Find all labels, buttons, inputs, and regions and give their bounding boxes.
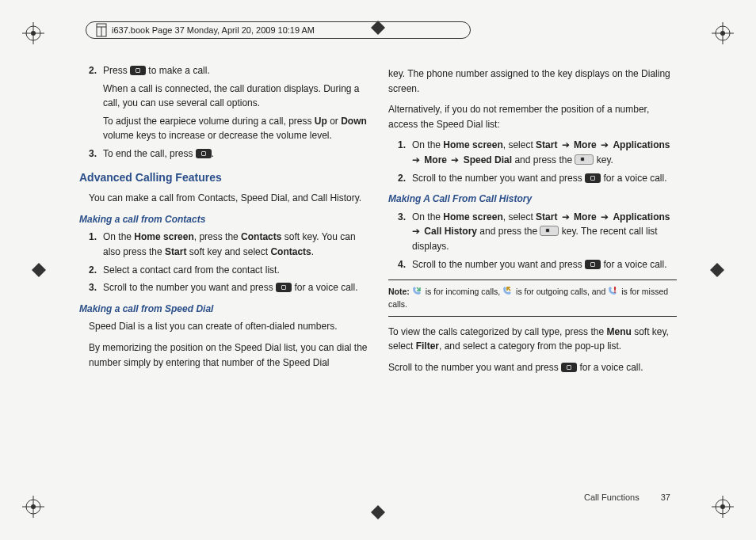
page-footer: Call Functions 37 <box>584 492 670 502</box>
contacts-step-2: 2. Select a contact card from the contac… <box>79 263 368 278</box>
contacts-step-1: 1. On the Home screen, press the Contact… <box>79 230 368 259</box>
call-key-icon <box>585 260 601 269</box>
page-header-text: i637.book Page 37 Monday, April 20, 2009… <box>112 25 315 35</box>
missed-call-icon <box>608 286 619 297</box>
call-key-icon <box>561 363 577 372</box>
step-2-para-2: To adjust the earpiece volume during a c… <box>103 114 368 143</box>
svg-marker-16 <box>32 263 46 277</box>
subheading-call-history: Making A Call From Call History <box>388 192 677 207</box>
step-body: On the Home screen, press the Contacts s… <box>103 230 368 259</box>
registration-mark-left <box>32 263 46 277</box>
step-number: 1. <box>388 138 412 167</box>
step-number: 3. <box>79 280 103 295</box>
note-box: Note: is for incoming calls, is for outg… <box>388 280 677 317</box>
subheading-speed-dial: Making a call from Speed Dial <box>79 302 368 317</box>
step-body: Scroll to the number you want and press … <box>412 257 677 272</box>
step-body: Press to make a call. When a call is con… <box>103 63 368 143</box>
svg-marker-17 <box>710 263 724 277</box>
view-calls-para-1: To view the calls categorized by call ty… <box>388 325 677 354</box>
note-label: Note: <box>388 287 410 296</box>
step-body: To end the call, press . <box>103 146 368 162</box>
step-number: 3. <box>388 210 412 254</box>
contacts-step-3: 3. Scroll to the number you want and pre… <box>79 280 368 295</box>
step-body: Select a contact card from the contact l… <box>103 263 368 278</box>
subheading-contacts: Making a call from Contacts <box>79 212 368 227</box>
step-number: 4. <box>388 257 412 272</box>
history-step-3: 3. On the Home screen, select Start ➔ Mo… <box>388 210 677 254</box>
step-number: 3. <box>79 146 103 162</box>
speeddial-step-1: 1. On the Home screen, select Start ➔ Mo… <box>388 138 677 167</box>
step-2: 2. Press to make a call. When a call is … <box>79 63 368 143</box>
crop-mark-top-right <box>712 22 734 44</box>
history-step-4: 4. Scroll to the number you want and pre… <box>388 257 677 272</box>
step-body: Scroll to the number you want and press … <box>103 280 368 295</box>
outgoing-call-icon <box>502 286 514 297</box>
registration-mark-bottom <box>371 505 385 519</box>
crop-mark-bottom-left <box>22 496 44 518</box>
end-key-icon <box>196 149 212 158</box>
right-column: key. The phone number assigned to the ke… <box>388 63 677 492</box>
step-number: 1. <box>79 230 103 259</box>
left-column: 2. Press to make a call. When a call is … <box>79 63 368 492</box>
ok-key-icon <box>575 154 594 165</box>
step-3: 3. To end the call, press . <box>79 146 368 162</box>
right-top-para-2: Alternatively, if you do not remember th… <box>388 102 677 131</box>
step-number: 2. <box>79 63 103 143</box>
step-body: On the Home screen, select Start ➔ More … <box>412 138 677 167</box>
crop-mark-top-left <box>22 22 44 44</box>
ok-key-icon <box>540 226 559 236</box>
advanced-intro: You can make a call from Contacts, Speed… <box>89 191 368 206</box>
footer-page-number: 37 <box>661 492 670 502</box>
page-content: 2. Press to make a call. When a call is … <box>79 63 677 492</box>
page-header-box: i637.book Page 37 Monday, April 20, 2009… <box>86 21 471 39</box>
registration-mark-right <box>710 263 724 277</box>
crop-mark-bottom-right <box>712 496 734 518</box>
footer-section: Call Functions <box>584 492 640 502</box>
step-body: On the Home screen, select Start ➔ More … <box>412 210 677 254</box>
step-number: 2. <box>388 171 412 186</box>
step-body: Scroll to the number you want and press … <box>412 171 677 186</box>
speed-dial-para-2: By memorizing the position on the Speed … <box>89 340 368 370</box>
step-2-para-1: When a call is connected, the call durat… <box>103 82 368 111</box>
call-key-icon <box>130 66 146 75</box>
view-calls-para-2: Scroll to the number you want and press … <box>388 360 677 375</box>
svg-marker-19 <box>371 505 385 519</box>
book-icon <box>96 23 107 37</box>
right-top-para-1: key. The phone number assigned to the ke… <box>388 67 677 96</box>
call-key-icon <box>276 283 292 292</box>
section-heading-advanced: Advanced Calling Features <box>79 169 368 187</box>
svg-point-24 <box>614 291 616 293</box>
call-key-icon <box>585 173 601 183</box>
speed-dial-para-1: Speed Dial is a list you can create of o… <box>89 319 368 334</box>
incoming-call-icon <box>412 286 423 297</box>
speeddial-step-2: 2. Scroll to the number you want and pre… <box>388 171 677 186</box>
step-number: 2. <box>79 263 103 278</box>
